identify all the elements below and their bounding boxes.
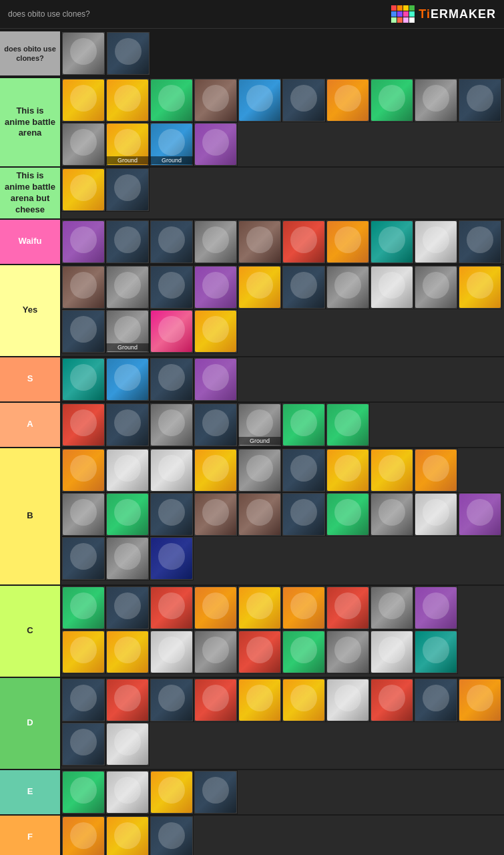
list-item (370, 448, 414, 492)
tier-content-c (60, 586, 504, 677)
tiermaker-logo: TiERMAKER (391, 5, 496, 23)
b-row2 (61, 492, 504, 536)
list-item (61, 265, 105, 309)
list-item (150, 78, 194, 122)
tier-label-b: B (0, 448, 60, 584)
tiermaker-text: TiERMAKER (419, 7, 496, 21)
obito-row: does obito use clones? (0, 29, 504, 78)
list-item (238, 448, 282, 492)
list-item (61, 770, 105, 814)
d-inner: D (0, 678, 504, 769)
char-obito-1 (61, 31, 105, 75)
tier-content-anime: Ground Ground (60, 78, 504, 166)
list-item (150, 816, 194, 855)
list-item (414, 448, 458, 492)
tier-label-anime: This is anime battle arena (0, 78, 60, 166)
tier-content-yes: Ground (60, 265, 504, 356)
tier-content-s (60, 357, 504, 401)
logo-grid-icon (391, 5, 415, 23)
tier-row-c: C (0, 586, 504, 678)
list-item (105, 403, 150, 447)
list-item (370, 586, 414, 630)
tier-label-e: E (0, 770, 60, 814)
list-item (282, 78, 326, 122)
tier-row-anime: This is anime battle arena Ground Ground (0, 78, 504, 168)
tier-row-a: A Ground (0, 403, 504, 448)
c-inner: C (0, 586, 504, 677)
list-item (326, 448, 370, 492)
list-item (194, 357, 238, 401)
list-item (414, 220, 458, 264)
d-row2 (61, 722, 504, 766)
list-item (282, 586, 326, 630)
list-item (105, 168, 150, 212)
list-item (150, 770, 194, 814)
list-item (61, 536, 105, 580)
list-item (370, 78, 414, 122)
b-row1 (61, 448, 504, 492)
list-item (61, 448, 105, 492)
list-item (238, 492, 282, 536)
list-item (61, 492, 105, 536)
list-item (326, 403, 370, 447)
list-item (370, 492, 414, 536)
list-item (370, 678, 414, 722)
list-item (150, 678, 194, 722)
list-item (458, 220, 502, 264)
list-item (194, 265, 238, 309)
list-item (370, 265, 414, 309)
list-item (194, 122, 238, 166)
list-item (282, 265, 326, 309)
yes-row2: Ground (61, 309, 504, 353)
list-item (326, 492, 370, 536)
list-item (105, 678, 150, 722)
list-item (194, 220, 238, 264)
list-item (150, 630, 194, 674)
list-item (326, 586, 370, 630)
list-item (458, 678, 502, 722)
list-item (61, 678, 105, 722)
list-item (326, 265, 370, 309)
list-item (105, 265, 150, 309)
list-item (194, 309, 238, 353)
tier-row-cheese: This is anime battle arena but cheese (0, 168, 504, 220)
list-item (414, 630, 458, 674)
list-item (194, 448, 238, 492)
list-item (150, 492, 194, 536)
list-item (105, 448, 150, 492)
tier-row-d: D (0, 678, 504, 770)
tier-content-f (60, 816, 504, 855)
list-item (105, 816, 150, 855)
tier-content-e (60, 770, 504, 814)
c-row1 (61, 586, 504, 630)
list-item (105, 722, 150, 766)
list-item (194, 403, 238, 447)
list-item (194, 586, 238, 630)
ground-label: Ground (106, 343, 149, 351)
list-item (105, 492, 150, 536)
tier-content-waifu (60, 220, 504, 264)
list-item (238, 220, 282, 264)
tier-label-s: S (0, 357, 60, 401)
tier-label-yes: Yes (0, 265, 60, 356)
list-item: Ground (150, 122, 194, 166)
list-item (326, 678, 370, 722)
list-item (194, 78, 238, 122)
list-item (105, 630, 150, 674)
list-item (282, 492, 326, 536)
list-item (150, 265, 194, 309)
tier-row-e: E (0, 770, 504, 816)
list-item (105, 220, 150, 264)
obito-chars (61, 31, 150, 75)
list-item (61, 403, 105, 447)
list-item (61, 78, 105, 122)
tier-label-f: F (0, 816, 60, 855)
tier-row-b: B (0, 448, 504, 586)
anime-row2: Ground Ground (61, 122, 504, 166)
list-item (238, 265, 282, 309)
header: does obito use clones? TiERMAKER (0, 0, 504, 29)
list-item (282, 630, 326, 674)
list-item (105, 536, 150, 580)
tier-row-s: S (0, 357, 504, 403)
tier-label-cheese: This is anime battle arena but cheese (0, 168, 60, 218)
